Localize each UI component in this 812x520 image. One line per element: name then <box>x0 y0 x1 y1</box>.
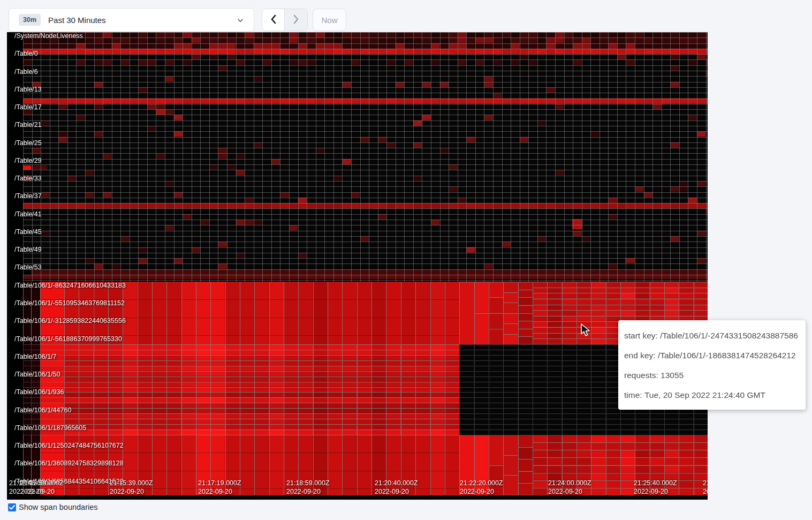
show-span-boundaries-label: Show span boundaries <box>19 503 98 511</box>
chevron-left-icon <box>269 14 278 26</box>
next-time-button[interactable] <box>285 9 307 31</box>
range-tooltip: start key: /Table/106/1/-247433150824388… <box>618 320 806 410</box>
time-range-select[interactable]: 30m Past 30 Minutes <box>9 8 254 32</box>
show-span-boundaries-checkbox[interactable] <box>8 503 16 511</box>
tooltip-requests: requests: 13055 <box>624 365 800 385</box>
time-nav-group <box>262 9 308 31</box>
prev-time-button[interactable] <box>262 9 285 31</box>
time-range-badge: 30m <box>19 14 41 26</box>
toolbar: 30m Past 30 Minutes Now <box>0 0 812 32</box>
key-visualizer-page: 30m Past 30 Minutes Now start key: /Ta <box>0 0 812 520</box>
tooltip-end-key: end key: /Table/106/1/-18683814745282642… <box>624 345 800 365</box>
tooltip-time: time: Tue, 20 Sep 2022 21:24:40 GMT <box>624 385 800 405</box>
now-button[interactable]: Now <box>313 9 346 31</box>
time-range-label: Past 30 Minutes <box>48 16 106 25</box>
footer: Show span boundaries <box>8 503 98 511</box>
chevron-down-icon <box>237 17 244 26</box>
key-visualizer-heatmap[interactable] <box>7 32 708 500</box>
chevron-right-icon <box>292 14 300 26</box>
tooltip-start-key: start key: /Table/106/1/-247433150824388… <box>624 326 800 345</box>
